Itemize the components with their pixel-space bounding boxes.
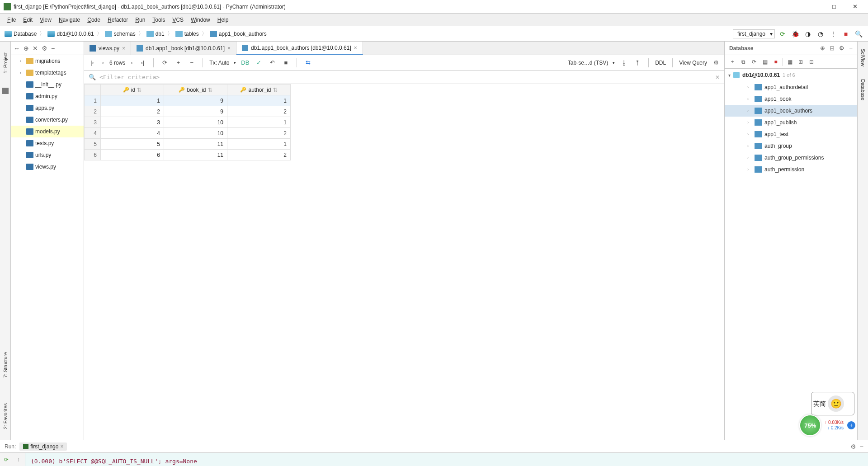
project-tool-2[interactable]: ✕ (33, 45, 38, 52)
submit-icon[interactable]: ✓ (254, 58, 263, 67)
panel-hide-icon[interactable]: − (849, 45, 853, 52)
attach-action-icon[interactable]: ⋮ (828, 29, 838, 39)
console-output[interactable]: (0.000) b'SELECT @@SQL_AUTO_IS_NULL'; ar… (25, 453, 868, 466)
table-row[interactable]: 55111 (85, 139, 291, 150)
filter-icon[interactable]: ▤ (761, 58, 769, 66)
run-config-chip[interactable]: first_django× (19, 442, 67, 451)
network-widget[interactable]: 75% ↑ 0.03K/s↓ 0.2K/s + (799, 414, 855, 436)
project-file-migrations[interactable]: ›migrations (11, 55, 84, 67)
project-file-urls.py[interactable]: urls.py (11, 149, 84, 161)
column-header[interactable]: 🔑book_id ⇅ (164, 85, 227, 95)
db-table-node[interactable]: ›app1_publish (725, 117, 857, 128)
remove-row-icon[interactable]: − (187, 58, 196, 67)
project-file-admin.py[interactable]: admin.py (11, 90, 84, 102)
close-button[interactable]: ✕ (845, 2, 864, 12)
menu-navigate[interactable]: Navigate (55, 17, 84, 23)
rerun-icon[interactable]: ⟳ (2, 456, 10, 464)
favorites-tool-button[interactable]: 2: Favorites (3, 401, 8, 431)
search-action-icon[interactable]: 🔍 (854, 29, 863, 39)
stripe-icon[interactable] (2, 88, 9, 94)
menu-vcs[interactable]: VCS (169, 17, 187, 23)
breadcrumb-table[interactable]: app1_book_authors (210, 31, 267, 37)
sciview-tool-button[interactable]: SciView (860, 47, 866, 68)
close-tab-icon[interactable]: × (122, 45, 125, 52)
stop-action-icon[interactable]: ■ (841, 29, 851, 39)
structure-tool-button[interactable]: 7: Structure (3, 350, 8, 380)
table-row[interactable]: 44102 (85, 128, 291, 139)
column-header[interactable]: 🔑author_id ⇅ (227, 85, 291, 95)
close-tab-icon[interactable]: × (227, 45, 231, 52)
view-mode-icon[interactable]: ⊟ (830, 45, 835, 52)
new-icon[interactable]: + (728, 58, 736, 66)
db-table-node[interactable]: ›app1_authordetail (725, 81, 857, 93)
table-row[interactable]: 2292 (85, 106, 291, 117)
menu-edit[interactable]: Edit (19, 17, 36, 23)
run-hide-icon[interactable]: − (860, 443, 863, 450)
project-file-views.py[interactable]: views.py (11, 161, 84, 173)
refresh-icon[interactable]: ⟳ (750, 58, 758, 66)
editor-tab[interactable]: db1.app1_book_authors [db1@10.0.0.61]× (236, 42, 363, 55)
breadcrumb-tables[interactable]: tables (175, 31, 199, 37)
next-page-icon[interactable]: › (127, 58, 136, 67)
project-tool-3[interactable]: ⚙ (42, 45, 47, 52)
ime-widget[interactable]: 英简 🙂 (811, 392, 854, 415)
panel-settings-icon[interactable]: ⚙ (839, 45, 844, 52)
db-table-node[interactable]: ›auth_group (725, 140, 857, 152)
db-table-node[interactable]: ›auth_group_permissions (725, 152, 857, 164)
menu-tools[interactable]: Tools (149, 17, 169, 23)
run-config-selector[interactable]: first_django ⟳ 🐞 ◑ ◔ ⋮ ■ 🔍 (733, 29, 863, 39)
menu-help[interactable]: Help (214, 17, 232, 23)
stop-icon[interactable]: ■ (772, 58, 780, 66)
project-tool-1[interactable]: ⊕ (24, 45, 29, 52)
import-icon[interactable]: ⭱ (633, 58, 642, 67)
db-table-node[interactable]: ›auth_permission (725, 164, 857, 175)
database-tool-button[interactable]: Database (860, 77, 866, 102)
db-table-node[interactable]: ›app1_book_authors (725, 105, 857, 117)
menu-file[interactable]: File (4, 17, 19, 23)
minimize-button[interactable]: — (804, 2, 823, 12)
collapse-icon[interactable]: ⊟ (807, 58, 816, 66)
datasource-node[interactable]: ▾ db1@10.0.0.61 1 of 6 (725, 69, 857, 81)
db-table-node[interactable]: ›app1_test (725, 128, 857, 140)
debug-action-icon[interactable]: 🐞 (790, 29, 800, 39)
clear-filter-icon[interactable]: ✕ (715, 74, 720, 80)
menu-run[interactable]: Run (132, 17, 149, 23)
close-tab-icon[interactable]: × (354, 45, 357, 51)
settings-icon[interactable]: ⚙ (712, 58, 721, 67)
editor-tab[interactable]: db1.app1_book [db1@10.0.0.61]× (131, 42, 236, 55)
breadcrumb-datasource[interactable]: db1@10.0.0.61 (47, 31, 94, 37)
reload-icon[interactable]: ⟳ (160, 58, 169, 67)
jump-to-console-icon[interactable]: ▦ (786, 58, 794, 66)
project-file-converters.py[interactable]: converters.py (11, 114, 84, 126)
profile-action-icon[interactable]: ◔ (816, 29, 826, 39)
project-file-__init__.py[interactable]: __init__.py (11, 79, 84, 90)
first-page-icon[interactable]: |‹ (88, 58, 97, 67)
menu-window[interactable]: Window (187, 17, 214, 23)
project-tool-0[interactable]: ↔ (14, 45, 20, 52)
add-datasource-icon[interactable]: ⊕ (820, 45, 825, 52)
export-icon[interactable]: ⭳ (619, 58, 628, 67)
ddl-button[interactable]: DDL (655, 60, 666, 66)
coverage-action-icon[interactable]: ◑ (803, 29, 813, 39)
maximize-button[interactable]: □ (825, 2, 844, 12)
table-row[interactable]: 66112 (85, 150, 291, 160)
project-tree[interactable]: ›migrations›templatetags__init__.pyadmin… (11, 55, 84, 440)
breadcrumb-schemas[interactable]: schemas (105, 31, 136, 37)
project-file-tests.py[interactable]: tests.py (11, 137, 84, 149)
project-file-models.py[interactable]: models.py (11, 126, 84, 137)
add-row-icon[interactable]: + (174, 58, 183, 67)
view-query-button[interactable]: View Query (679, 60, 707, 66)
close-tab-icon[interactable]: × (60, 443, 63, 450)
revert-icon[interactable]: ↶ (268, 58, 277, 67)
project-file-templatetags[interactable]: ›templatetags (11, 67, 84, 79)
editor-tab[interactable]: views.py× (84, 42, 131, 55)
duplicate-icon[interactable]: ⧉ (739, 58, 747, 66)
breadcrumb-database[interactable]: Database (5, 31, 37, 37)
table-row[interactable]: 33101 (85, 117, 291, 128)
data-grid[interactable]: 🔑id ⇅🔑book_id ⇅🔑author_id ⇅1191229233101… (84, 84, 724, 440)
data-extractor[interactable]: Tab-se…d (TSV) (568, 60, 608, 66)
db-table-node[interactable]: ›app1_book (725, 93, 857, 105)
last-page-icon[interactable]: ›| (138, 58, 147, 67)
commit-icon[interactable]: DB (241, 58, 250, 67)
up-icon[interactable]: ↑ (14, 456, 23, 464)
